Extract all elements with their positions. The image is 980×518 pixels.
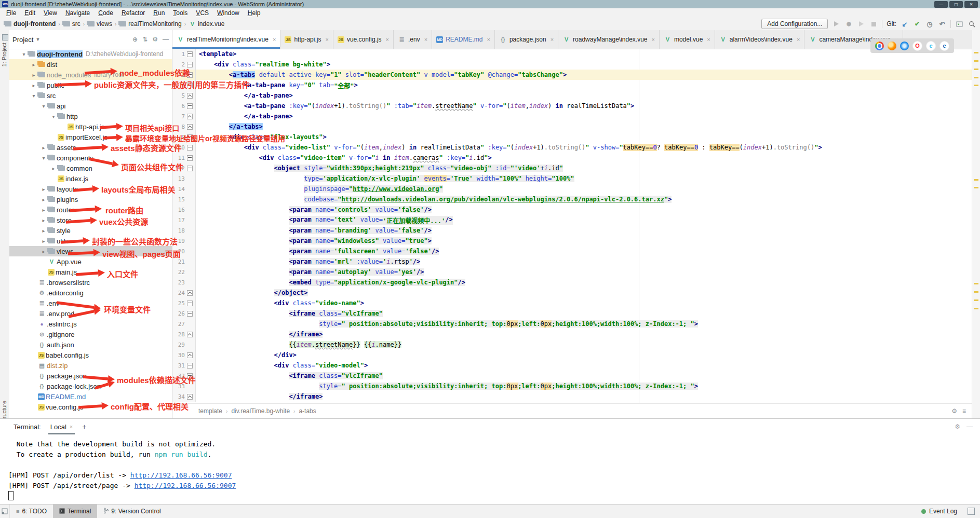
tree-item-http[interactable]: ▾http: [9, 111, 172, 121]
warning-stripe-mark[interactable]: [974, 187, 978, 188]
code-line-23[interactable]: 23 <embed type="application/x-google-vlc…: [172, 277, 972, 288]
menu-navigate[interactable]: Navigate: [61, 9, 94, 17]
code-line-34[interactable]: 34 </iframe>: [172, 391, 972, 402]
rollback-icon[interactable]: ↶: [938, 20, 946, 28]
close-icon[interactable]: ×: [273, 36, 276, 43]
tab-package-json[interactable]: {}package.json×: [495, 30, 558, 49]
gear-icon[interactable]: ⚙: [152, 36, 158, 43]
fold-collapse-icon[interactable]: [187, 62, 193, 67]
code-line-28[interactable]: 28 </iframe>: [172, 329, 972, 339]
warning-stripe-mark[interactable]: [974, 179, 978, 181]
editor-crumb-a-tabs[interactable]: a-tabs: [299, 407, 316, 415]
chevron-right-icon[interactable]: ▸: [30, 62, 38, 67]
code-line-16[interactable]: 16 <param name='controls' value='false'/…: [172, 205, 972, 215]
code-line-14[interactable]: 14 pluginspage="http://www.videolan.org": [172, 184, 972, 194]
statusbar-version-control[interactable]: 9: Version Control: [97, 505, 167, 518]
tab-model-vue[interactable]: Vmodel.vue×: [660, 30, 715, 49]
menu-icon[interactable]: ≡: [962, 407, 966, 415]
chevron-down-icon[interactable]: ▾: [39, 103, 48, 109]
code-line-9[interactable]: 9 <div class="flex-layouts">: [172, 132, 972, 142]
chrome-icon[interactable]: [875, 42, 884, 50]
chevron-right-icon[interactable]: ▸: [39, 238, 48, 244]
internet-explorer-icon[interactable]: e: [926, 41, 936, 51]
close-icon[interactable]: ✕: [964, 1, 978, 8]
terminal-tab-local[interactable]: Local ×: [48, 419, 75, 434]
hide-panel-icon[interactable]: —: [163, 36, 169, 43]
menu-code[interactable]: Code: [94, 9, 117, 17]
fold-end-icon[interactable]: [187, 124, 193, 130]
menu-edit[interactable]: Edit: [20, 9, 39, 17]
chevron-right-icon[interactable]: ▸: [39, 145, 48, 151]
tab-http-api-js[interactable]: JShttp-api.js×: [280, 30, 333, 49]
tree-item-router[interactable]: ▸router: [9, 205, 172, 215]
code-line-13[interactable]: 13 type='application/x-vlc-plugin' event…: [172, 173, 972, 184]
tab-readme-md[interactable]: MDREADME.md×: [432, 30, 495, 49]
code-line-32[interactable]: 32 <iframe class="vlcIframe": [172, 371, 972, 381]
fold-end-icon[interactable]: [187, 114, 193, 119]
code-line-30[interactable]: 30 </div>: [172, 350, 972, 360]
fold-collapse-icon[interactable]: [187, 166, 193, 171]
fold-collapse-icon[interactable]: [187, 51, 193, 57]
tab-vue-config-js[interactable]: JSvue.config.js×: [333, 30, 394, 49]
warning-stripe-mark[interactable]: [974, 283, 978, 284]
tree-item-src[interactable]: ▾src: [9, 90, 172, 101]
tree-item-auth-json[interactable]: {}auth.json: [9, 339, 172, 350]
project-tool-icon[interactable]: [2, 34, 8, 40]
menu-refactor[interactable]: Refactor: [117, 9, 149, 17]
menu-tools[interactable]: Tools: [169, 9, 192, 17]
code-line-21[interactable]: 21 <param name='mrl' :value='i.rtsp'/>: [172, 256, 972, 267]
breadcrumb-item-realtimemonitoring[interactable]: realTimeMonitoring: [128, 20, 181, 28]
edge-icon[interactable]: e: [939, 41, 949, 51]
code-line-22[interactable]: 22 <param name='autoplay' value='yes'/>: [172, 267, 972, 277]
terminal-output[interactable]: Note that the development build is not o…: [0, 434, 980, 501]
warning-stripe-mark[interactable]: [974, 60, 978, 62]
tab-env[interactable]: ≣.env×: [394, 30, 432, 49]
collapse-all-icon[interactable]: ⇅: [142, 36, 147, 43]
error-stripe[interactable]: [972, 30, 980, 418]
code-line-25[interactable]: 25 <div class="video-name">: [172, 298, 972, 308]
code-line-27[interactable]: 27 style=" position:absolute;visibility:…: [172, 319, 972, 329]
fold-collapse-icon[interactable]: [187, 155, 193, 161]
fold-end-icon[interactable]: [187, 93, 193, 99]
history-clock-icon[interactable]: ◷: [925, 20, 934, 28]
code-line-3[interactable]: 3 <a-tabs default-active-key="1" slot="h…: [172, 70, 972, 80]
code-line-6[interactable]: 6 <a-tab-pane :key="(index+1).toString()…: [172, 101, 972, 111]
chevron-right-icon[interactable]: ▸: [39, 207, 48, 213]
fold-collapse-icon[interactable]: [187, 301, 193, 306]
terminal-link[interactable]: http://192.168.66.56:9007: [135, 482, 236, 489]
statusbar-terminal[interactable]: Terminal: [53, 505, 97, 518]
code-line-24[interactable]: 24 </object>: [172, 288, 972, 298]
close-icon[interactable]: ×: [551, 36, 554, 43]
chevron-right-icon[interactable]: ▸: [39, 186, 48, 192]
git-commit-icon[interactable]: ✔: [913, 20, 921, 28]
fold-collapse-icon[interactable]: [187, 103, 193, 109]
warning-stripe-mark[interactable]: [974, 291, 978, 293]
fold-end-icon[interactable]: [187, 352, 193, 358]
sidebar-tab-project[interactable]: 1: Project: [1, 43, 7, 66]
run-icon[interactable]: [832, 20, 840, 28]
statusbar-todo[interactable]: ≡ 6: TODO: [10, 505, 53, 518]
close-icon[interactable]: ×: [424, 36, 427, 43]
coverage-icon[interactable]: [857, 20, 865, 28]
tree-item-api[interactable]: ▾api: [9, 101, 172, 111]
tree-item-dist-zip[interactable]: ▤dist.zip: [9, 360, 172, 371]
run-anything-icon[interactable]: [955, 20, 963, 28]
tree-item-babel-config-js[interactable]: JSbabel.config.js: [9, 350, 172, 360]
opera-icon[interactable]: O: [912, 41, 922, 51]
close-icon[interactable]: ×: [325, 36, 328, 43]
fold-collapse-icon[interactable]: [187, 311, 193, 317]
breadcrumb-item-index-vue[interactable]: index.vue: [198, 20, 224, 28]
project-panel-title[interactable]: Project: [12, 36, 33, 44]
minimize-icon[interactable]: —: [934, 1, 948, 8]
tab-roadwaymanage-index-vue[interactable]: VroadwayManage\index.vue×: [558, 30, 660, 49]
fold-collapse-icon[interactable]: [187, 145, 193, 151]
breadcrumb-item-views[interactable]: views: [97, 20, 112, 28]
code-line-10[interactable]: 10 <div class="video-list" v-for="(item,…: [172, 142, 972, 153]
chevron-right-icon[interactable]: ▸: [39, 249, 48, 254]
chevron-down-icon[interactable]: ▾: [20, 51, 28, 57]
gear-icon[interactable]: ⚙: [951, 407, 957, 415]
code-line-31[interactable]: 31 <div class="video-model">: [172, 360, 972, 371]
maximize-icon[interactable]: ▢: [949, 1, 963, 8]
warning-stripe-mark[interactable]: [974, 299, 978, 301]
tab-realtimemonitoring-index-vue[interactable]: VrealTimeMonitoring\index.vue×: [172, 30, 280, 49]
